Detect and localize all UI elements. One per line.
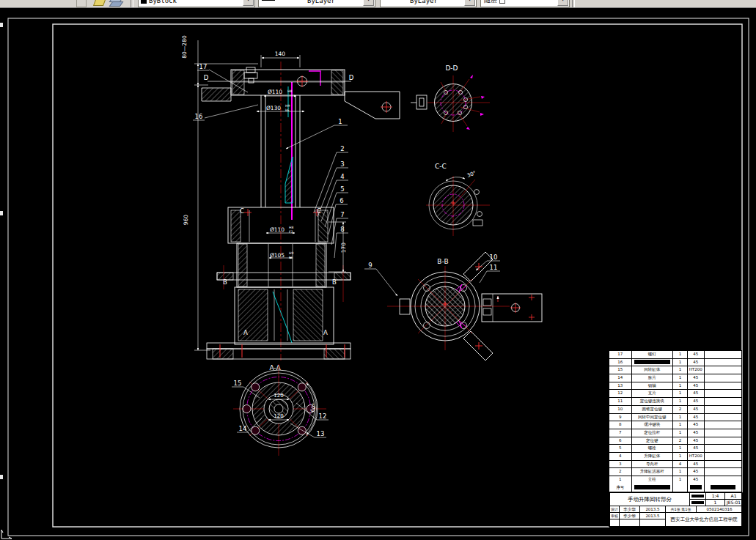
part-cell-no: 12 xyxy=(609,390,632,397)
part-cell-mat: 45 xyxy=(688,390,705,397)
part-cell-rem xyxy=(705,390,741,397)
balloon-6: 6 xyxy=(340,197,343,204)
part-cell-name: 回转缸体 xyxy=(632,366,673,374)
balloon-15: 15 xyxy=(234,380,242,387)
view-aa: A-A 120 120 60° xyxy=(233,364,326,456)
part-cell-no: 14 xyxy=(609,374,632,382)
part-row: 3导向杆445 xyxy=(609,461,741,469)
part-cell-name: 升降缸活塞杆 xyxy=(632,468,673,476)
section-letter-c-left: C xyxy=(240,207,244,215)
part-cell-rem xyxy=(705,374,741,382)
section-letter-b-right: B xyxy=(332,278,337,286)
part-row: 5螺栓145 xyxy=(609,445,741,453)
part-row: 12支片145 xyxy=(609,390,741,398)
part-cell-qty: 1 xyxy=(673,476,688,484)
part-row: 13销轴145 xyxy=(609,382,741,391)
svg-text:F7: F7 xyxy=(289,230,293,234)
part-cell-name: 回转中间定位键 xyxy=(632,414,673,421)
part-cell-rem xyxy=(705,437,741,445)
part-cell-qty: 1 xyxy=(673,390,688,397)
part-cell-mat: HT200 xyxy=(688,366,705,374)
part-cell-qty: 1 xyxy=(673,414,688,421)
part-cell-name: 缓冲键块 xyxy=(632,421,673,429)
section-title-dd: D-D xyxy=(445,64,458,72)
part-cell-qty: 1 xyxy=(673,382,688,390)
part-cell-name xyxy=(632,359,673,366)
part-cell-qty: 2 xyxy=(673,437,688,445)
svg-text:H8: H8 xyxy=(287,89,292,93)
part-cell-name: 支片 xyxy=(632,390,673,397)
part-cell-rem xyxy=(705,421,741,429)
part-cell-mat: 45 xyxy=(688,476,705,484)
section-letter-d-left: D xyxy=(204,74,209,81)
part-cell-mat: HT200 xyxy=(688,453,705,460)
part-row: 14胀片145 xyxy=(609,374,741,382)
dim-170: 170 xyxy=(340,243,347,254)
part-cell-rem xyxy=(705,445,741,452)
svg-text:k6: k6 xyxy=(289,256,293,259)
part-cell-no: 1 xyxy=(609,476,632,484)
part-row: 7定位拉杆145 xyxy=(609,429,741,437)
parts-header-mat-redacted xyxy=(688,484,705,492)
balloon-11: 11 xyxy=(490,264,498,271)
parts-header-qty xyxy=(673,484,688,492)
part-cell-rem xyxy=(705,476,741,484)
title-block: 手动升降回转部分 1:4 A1 1 JES-01 设计 李少华 2013.5 共… xyxy=(609,492,742,527)
part-cell-mat: 45 xyxy=(688,468,705,476)
section-title-bb: B-B xyxy=(437,258,448,265)
part-cell-no: 7 xyxy=(609,429,632,437)
part-cell-no: 4 xyxy=(609,453,632,460)
ucs-icon xyxy=(1,530,12,539)
part-cell-no: 6 xyxy=(609,437,632,445)
part-row: 10圆锥定位键245 xyxy=(609,406,741,414)
dim-stroke-range: 80—280 xyxy=(181,35,188,59)
part-cell-no: 8 xyxy=(609,421,632,429)
balloon-16: 16 xyxy=(195,113,203,120)
parts-list-table: 17螺钉1451614515回转缸体1HT20014胀片14513销轴14512… xyxy=(609,350,742,492)
part-cell-no: 2 xyxy=(609,468,632,476)
balloon-14: 14 xyxy=(239,425,247,432)
part-cell-mat: 45 xyxy=(688,382,705,390)
svg-text:H8: H8 xyxy=(289,226,293,229)
section-letter-a-right: A xyxy=(323,329,328,336)
part-row: 9回转中间定位键145 xyxy=(609,414,741,422)
part-cell-qty: 1 xyxy=(673,468,688,476)
part-row: 15回转缸体1HT200 xyxy=(609,366,741,374)
part-cell-name: 定位拉杆 xyxy=(632,429,673,437)
part-cell-mat: 45 xyxy=(688,398,705,405)
part-cell-no: 10 xyxy=(609,406,632,413)
section-title-cc: C-C xyxy=(435,163,447,170)
parts-header-name-redacted xyxy=(632,484,673,492)
part-cell-rem xyxy=(705,382,741,390)
section-letter-d-right: D xyxy=(349,74,354,81)
part-cell-qty: 1 xyxy=(673,398,688,405)
dim-960: 960 xyxy=(183,215,189,226)
dim-30deg: 30° xyxy=(466,170,477,179)
parts-header-no: 序号 xyxy=(609,484,632,492)
part-cell-rem xyxy=(705,429,741,437)
drawing-title: 手动升降回转部分 xyxy=(609,492,690,506)
empty-label-cell xyxy=(609,519,620,528)
part-cell-no: 16 xyxy=(609,359,632,366)
part-cell-name: 升降缸体 xyxy=(632,453,673,460)
part-cell-mat: 45 xyxy=(688,437,705,445)
main-view: 80—280 140 960 170 Ø110 H8 Ø130 H9 k6 Ø1… xyxy=(181,35,400,360)
part-cell-name: 螺栓 xyxy=(632,445,673,452)
part-cell-no: 11 xyxy=(609,398,632,405)
dim-dia110-top: Ø110 xyxy=(268,89,282,95)
dim-140: 140 xyxy=(275,51,286,57)
balloon-4: 4 xyxy=(340,173,344,180)
section-letter-b-left: B xyxy=(223,278,227,286)
bb-right-block xyxy=(482,294,542,322)
dim-dia130: Ø130 xyxy=(266,105,281,111)
part-cell-qty: 4 xyxy=(673,461,688,468)
dd-side-part xyxy=(411,95,427,109)
part-cell-name: 胀片 xyxy=(632,374,673,382)
balloon-7: 7 xyxy=(340,211,344,218)
part-cell-qty: 2 xyxy=(673,406,688,413)
part-cell-no: 15 xyxy=(609,366,632,374)
empty-cell xyxy=(619,519,640,528)
svg-text:k6: k6 xyxy=(285,108,290,112)
part-cell-mat: 45 xyxy=(688,421,705,429)
autocad-window: ByBlock ▾ ByLayer ▾ ByLayer ▾ 随层 ▾ xyxy=(0,0,756,540)
